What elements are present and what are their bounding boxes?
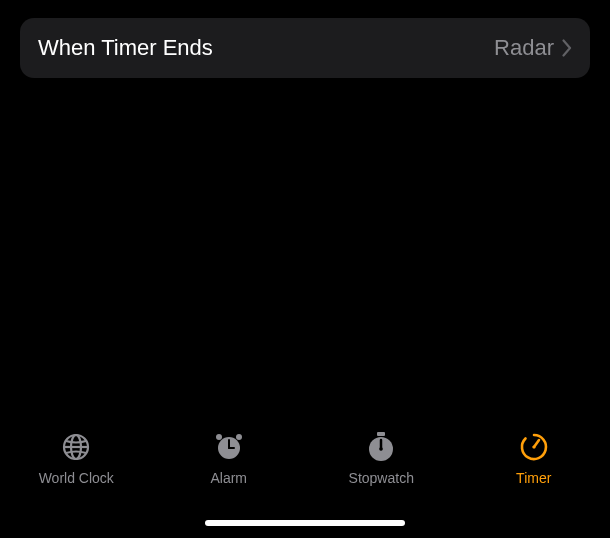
chevron-right-icon (562, 39, 572, 57)
svg-rect-8 (377, 432, 385, 436)
svg-point-11 (379, 447, 383, 451)
when-timer-ends-value: Radar (494, 35, 554, 61)
tab-timer-label: Timer (516, 470, 551, 486)
home-indicator[interactable] (205, 520, 405, 526)
svg-point-4 (216, 434, 222, 440)
tab-world-clock[interactable]: World Clock (0, 430, 153, 486)
tab-alarm-label: Alarm (210, 470, 247, 486)
tab-stopwatch-label: Stopwatch (349, 470, 414, 486)
when-timer-ends-row[interactable]: When Timer Ends Radar (20, 18, 590, 78)
when-timer-ends-label: When Timer Ends (38, 35, 213, 61)
alarm-clock-icon (212, 430, 246, 464)
stopwatch-icon (364, 430, 398, 464)
tab-alarm[interactable]: Alarm (153, 430, 306, 486)
globe-icon (59, 430, 93, 464)
svg-point-13 (532, 445, 535, 448)
tab-stopwatch[interactable]: Stopwatch (305, 430, 458, 486)
tab-timer[interactable]: Timer (458, 430, 611, 486)
when-timer-ends-value-group: Radar (494, 35, 572, 61)
timer-icon (517, 430, 551, 464)
tab-world-clock-label: World Clock (39, 470, 114, 486)
svg-point-5 (236, 434, 242, 440)
